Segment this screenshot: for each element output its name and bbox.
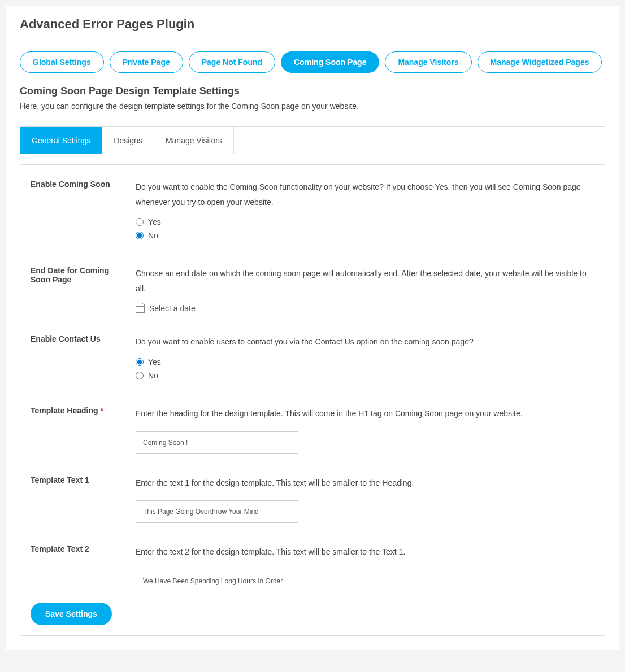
tab-general-settings[interactable]: General Settings	[20, 127, 102, 154]
required-marker: *	[100, 406, 103, 415]
help-enable-contact: Do you want to enable users to contact y…	[136, 334, 594, 350]
radio-label-contact-no: No	[148, 371, 158, 380]
radio-label-no: No	[148, 231, 158, 240]
radio-enable-contact-yes[interactable]: Yes	[136, 357, 594, 366]
pill-coming-soon-page[interactable]: Coming Soon Page	[281, 51, 379, 73]
label-template-heading: Template Heading *	[31, 406, 136, 415]
tab-strip: General Settings Designs Manage Visitors	[20, 126, 605, 154]
help-template-text1: Enter the text 1 for the design template…	[136, 475, 594, 491]
help-template-heading: Enter the heading for the design templat…	[136, 406, 594, 421]
label-enable-contact: Enable Contact Us	[31, 334, 136, 343]
label-end-date: End Date for Coming Soon Page	[31, 266, 136, 284]
date-picker-label: Select a date	[149, 304, 196, 313]
help-template-text2: Enter the text 2 for the design template…	[136, 544, 594, 560]
date-picker[interactable]: Select a date	[136, 304, 594, 313]
radio-input-enable-contact-no[interactable]	[136, 372, 144, 379]
pill-manage-widgetized-pages[interactable]: Manage Widgetized Pages	[478, 51, 602, 73]
section-title: Coming Soon Page Design Template Setting…	[20, 85, 605, 97]
page-title: Advanced Error Pages Plugin	[20, 17, 605, 42]
radio-enable-cs-yes[interactable]: Yes	[136, 217, 594, 226]
save-settings-button[interactable]: Save Settings	[31, 603, 112, 625]
label-template-text1: Template Text 1	[31, 475, 136, 485]
radio-input-enable-cs-yes[interactable]	[136, 218, 144, 226]
pill-private-page[interactable]: Private Page	[110, 51, 183, 73]
pill-global-settings[interactable]: Global Settings	[20, 51, 104, 73]
input-template-heading[interactable]	[136, 431, 298, 454]
input-template-text2[interactable]	[136, 570, 298, 592]
radio-enable-cs-no[interactable]: No	[136, 231, 594, 240]
label-template-text2: Template Text 2	[31, 544, 136, 553]
radio-label-yes: Yes	[148, 217, 161, 226]
help-end-date: Choose an end date on which the coming s…	[136, 266, 594, 296]
tab-designs[interactable]: Designs	[102, 127, 154, 154]
pill-page-not-found[interactable]: Page Not Found	[189, 51, 275, 73]
pill-manage-visitors[interactable]: Manage Visitors	[385, 51, 471, 73]
help-enable-coming-soon: Do you want to enable the Coming Soon fu…	[136, 180, 594, 210]
radio-label-contact-yes: Yes	[148, 357, 161, 366]
radio-enable-contact-no[interactable]: No	[136, 371, 594, 380]
label-enable-coming-soon: Enable Coming Soon	[31, 180, 136, 189]
input-template-text1[interactable]	[136, 500, 298, 523]
calendar-icon	[136, 304, 145, 313]
pill-nav: Global Settings Private Page Page Not Fo…	[20, 51, 605, 73]
radio-input-enable-cs-no[interactable]	[136, 232, 144, 239]
tab-manage-visitors[interactable]: Manage Visitors	[154, 127, 234, 154]
radio-input-enable-contact-yes[interactable]	[136, 358, 144, 366]
section-description: Here, you can configure the design templ…	[20, 102, 605, 111]
settings-panel: Enable Coming Soon Do you want to enable…	[20, 164, 605, 636]
